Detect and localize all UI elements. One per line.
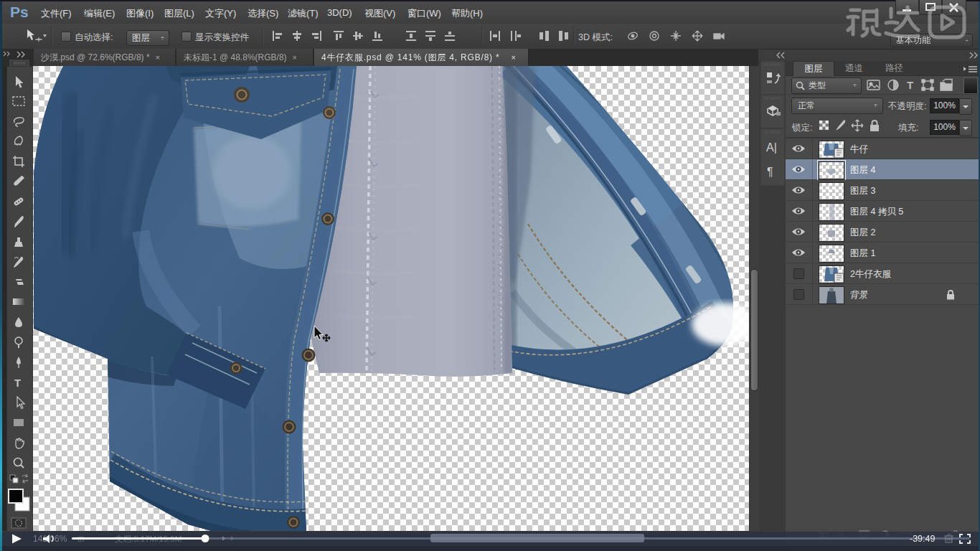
svg-text:T: T xyxy=(907,79,913,91)
svg-text:A|: A| xyxy=(766,141,777,154)
svg-text:-39:49: -39:49 xyxy=(910,534,935,544)
svg-text:3D 模式:: 3D 模式: xyxy=(578,32,613,42)
svg-text:¶: ¶ xyxy=(767,166,773,178)
svg-text:T: T xyxy=(14,377,21,389)
